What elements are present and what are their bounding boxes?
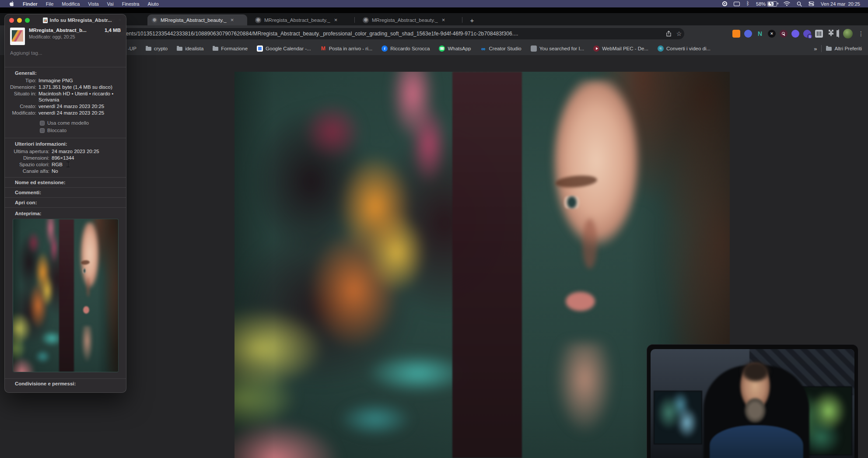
bookmark-label: Posta in arrivo - ri... xyxy=(329,46,373,51)
bookmark-label: You searched for I... xyxy=(539,46,584,51)
tab-close-icon[interactable]: × xyxy=(441,17,446,23)
n-extension-icon[interactable]: N xyxy=(756,30,764,38)
purple-extension-icon[interactable] xyxy=(791,30,799,38)
bookmark-creator-studio[interactable]: ∞ Creator Studio xyxy=(480,45,522,52)
macos-menu-bar: Finder File Modifica Vista Vai Finestra … xyxy=(0,0,868,7)
wifi-icon[interactable] xyxy=(784,1,790,7)
battery-status[interactable]: 58% ϟ xyxy=(756,1,777,7)
desktop-screen: Finder File Modifica Vista Vai Finestra … xyxy=(0,0,868,458)
bookmark-google-calendar[interactable]: Google Calendar -... xyxy=(257,45,311,52)
bookmark-whatsapp[interactable]: ☎ WhatsApp xyxy=(439,45,471,52)
browser-menu-icon[interactable]: ⋮ xyxy=(857,30,865,37)
new-tab-button[interactable]: + xyxy=(467,15,477,25)
tab-4[interactable]: ⊕ MRregista_Abstract_beauty._ × xyxy=(359,14,458,25)
password-key-extension-icon[interactable] xyxy=(780,30,788,38)
info-window-titlebar[interactable]: Info su MRregista_Abstr... xyxy=(5,14,126,26)
folder-icon xyxy=(213,47,218,51)
menu-bar-clock[interactable]: Ven 24 mar 20:25 xyxy=(821,1,860,7)
bookmark-gmail-inbox[interactable]: M Posta in arrivo - ri... xyxy=(320,45,373,52)
tab-label: MRregista_Abstract_beauty._ xyxy=(372,17,438,23)
menu-item-aiuto[interactable]: Aiuto xyxy=(147,1,158,7)
webcam-video xyxy=(651,349,854,458)
section-condivisione-e-permessi[interactable]: Condivisione e permessi: xyxy=(5,379,126,388)
menu-item-vai[interactable]: Vai xyxy=(107,1,114,7)
purple-s-extension-icon[interactable]: S xyxy=(803,30,811,38)
battery-icon: ϟ xyxy=(767,1,777,7)
presenter-hair xyxy=(736,359,775,387)
bookmark-converti-video[interactable]: ≈ Converti i video di... xyxy=(658,45,710,52)
presenter-beard xyxy=(742,395,769,423)
section-anteprima: Anteprima: xyxy=(5,207,126,379)
bluetooth-icon[interactable]: ᛒ xyxy=(746,1,749,7)
bookmark-label: WebMail PEC - De... xyxy=(602,46,648,51)
preview-wrap xyxy=(9,217,122,376)
profile-avatar[interactable] xyxy=(843,29,853,38)
file-thumbnail-icon xyxy=(10,28,25,45)
spotlight-search-icon[interactable] xyxy=(797,1,802,7)
screen-record-icon[interactable] xyxy=(722,1,727,7)
blue-wallet-extension-icon[interactable] xyxy=(744,30,752,38)
extensions-puzzle-icon[interactable] xyxy=(827,29,834,38)
canale-alfa-label: Canale alfa: xyxy=(9,168,49,174)
bookmark-idealista[interactable]: idealista xyxy=(177,46,203,51)
bookmark-you-searched[interactable]: You searched for I... xyxy=(531,45,584,52)
tab-3[interactable]: ⊕ MRregista_Abstract_beauty._ × xyxy=(251,14,351,25)
other-bookmarks-folder[interactable]: Altri Preferiti xyxy=(826,46,862,51)
creato-value: venerdì 24 marzo 2023 20:25 xyxy=(38,103,122,109)
bookmark-label: crypto xyxy=(154,46,168,51)
black-extension-icon[interactable]: ✕ xyxy=(768,30,776,38)
tab-active[interactable]: ⊕ MRregista_Abstract_beauty._ × xyxy=(147,14,247,25)
side-panel-icon[interactable] xyxy=(838,30,839,38)
section-apri-con[interactable]: Apri con: xyxy=(5,197,126,207)
section-nome-ed-estensione[interactable]: Nome ed estensione: xyxy=(5,177,126,187)
metamask-extension-icon[interactable] xyxy=(732,30,740,38)
menu-item-file[interactable]: File xyxy=(46,1,54,7)
zoom-traffic-light[interactable] xyxy=(25,18,30,23)
section-commenti[interactable]: Commenti: xyxy=(5,187,126,197)
bloccato-checkbox[interactable]: Bloccato xyxy=(40,128,122,133)
section-ulteriori-header[interactable]: Ulteriori informazioni: xyxy=(9,140,122,148)
checkbox-icon[interactable] xyxy=(40,121,45,126)
apple-logo-icon[interactable] xyxy=(10,1,14,7)
gray-grid-extension-icon[interactable] xyxy=(815,30,823,38)
usa-come-modello-checkbox[interactable]: Usa come modello xyxy=(40,120,122,126)
file-modified-line: Modificato: oggi, 20:25 xyxy=(29,34,121,39)
menu-item-vista[interactable]: Vista xyxy=(88,1,98,7)
checkbox-icon[interactable] xyxy=(40,128,45,133)
tab-label: MRregista_Abstract_beauty._ xyxy=(161,17,227,23)
share-icon[interactable] xyxy=(663,31,674,37)
bookmark-crypto[interactable]: crypto xyxy=(146,46,168,51)
address-bar[interactable]: /attachments/1013512335442333816/1088906… xyxy=(100,28,684,39)
bookmarks-overflow-chevron[interactable]: » xyxy=(814,45,817,52)
folder-icon xyxy=(146,47,151,51)
bookmark-up[interactable]: -UP xyxy=(128,46,136,51)
battery-percent-label: 58% xyxy=(756,1,766,7)
pixel-dimensioni-value: 896×1344 xyxy=(52,155,122,161)
menu-item-modifica[interactable]: Modifica xyxy=(62,1,80,7)
bookmark-formazione[interactable]: Formazione xyxy=(213,46,248,51)
google-calendar-icon xyxy=(257,45,263,52)
tab-strip: ney × ⊕ MRregista_Abstract_beauty._ × ⊕ … xyxy=(0,13,868,25)
menu-item-finder[interactable]: Finder xyxy=(23,1,38,7)
tab-close-icon[interactable]: × xyxy=(333,17,339,23)
screen-mirroring-icon[interactable] xyxy=(734,1,740,7)
minimize-traffic-light[interactable] xyxy=(17,18,22,23)
bookmark-star-icon[interactable]: ☆ xyxy=(674,30,684,37)
tags-input[interactable] xyxy=(5,48,126,67)
menu-item-finestra[interactable]: Finestra xyxy=(122,1,140,7)
menu-bar-left: Finder File Modifica Vista Vai Finestra … xyxy=(0,1,159,7)
folder-icon xyxy=(826,47,832,51)
close-traffic-light[interactable] xyxy=(9,18,14,23)
finder-info-window: Info su MRregista_Abstr... MRregista_Abs… xyxy=(4,14,126,393)
bookmark-webmail-pec[interactable]: WebMail PEC - De... xyxy=(593,45,648,52)
meta-icon: ∞ xyxy=(480,45,486,52)
bookmark-label: -UP xyxy=(128,46,136,51)
tab-close-icon[interactable]: × xyxy=(230,17,235,23)
control-center-icon[interactable] xyxy=(808,1,814,7)
generic-site-icon xyxy=(531,45,537,52)
preview-thumbnail[interactable] xyxy=(13,219,119,372)
url-text[interactable]: /attachments/1013512335442333816/1088906… xyxy=(100,31,663,37)
section-anteprima-header[interactable]: Anteprima: xyxy=(9,210,122,217)
bookmark-facebook[interactable]: f Riccardo Scrocca xyxy=(382,45,430,52)
section-generali-header[interactable]: Generali: xyxy=(9,70,122,77)
